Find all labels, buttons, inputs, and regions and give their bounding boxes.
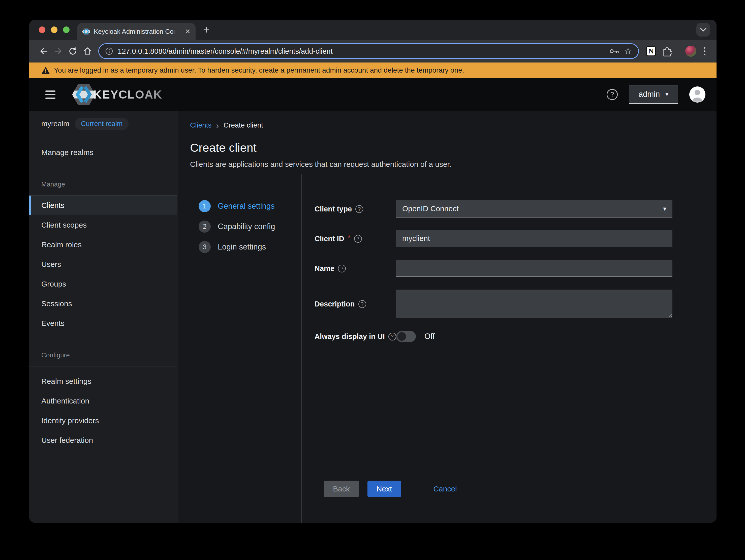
client-id-help-icon[interactable]: ? — [354, 235, 362, 243]
always-display-label: Always display in UI — [315, 332, 385, 341]
bookmark-star-icon[interactable]: ☆ — [624, 46, 632, 57]
step-number: 1 — [199, 200, 211, 212]
wizard-footer: Back Next Cancel — [324, 481, 716, 497]
next-button[interactable]: Next — [367, 481, 401, 497]
new-tab-button[interactable]: + — [203, 24, 210, 35]
name-input[interactable] — [396, 260, 672, 277]
sidebar-item-clients[interactable]: Clients — [29, 196, 177, 215]
sidebar-item-manage-realms[interactable]: Manage realms — [29, 143, 177, 162]
keycloak-logo[interactable]: KEYCLOAK — [72, 84, 162, 105]
client-type-select[interactable]: OpenID Connect ▾ — [396, 200, 672, 218]
home-button[interactable] — [80, 44, 95, 59]
current-realm-badge: Current realm — [75, 118, 129, 130]
user-avatar[interactable] — [689, 87, 706, 103]
temporary-admin-warning-banner: You are logged in as a temporary admin u… — [29, 63, 716, 78]
toggle-knob — [397, 332, 406, 341]
always-display-help-icon[interactable]: ? — [388, 333, 396, 340]
sidebar-group-manage: Manage — [29, 180, 177, 196]
password-key-icon[interactable] — [609, 47, 619, 55]
back-button[interactable] — [36, 44, 51, 59]
description-help-icon[interactable]: ? — [358, 300, 366, 308]
forward-button[interactable] — [51, 44, 66, 59]
user-menu-dropdown[interactable]: admin ▾ — [629, 85, 678, 104]
client-type-row: Client type ? OpenID Connect ▾ — [315, 200, 716, 218]
url-bar[interactable]: 127.0.0.1:8080/admin/master/console/#/my… — [98, 43, 639, 59]
tab-strip: Keycloak Administration Cons ✕ + — [29, 20, 716, 40]
nav-toggle-hamburger-icon[interactable] — [45, 91, 56, 99]
zoom-window-button[interactable] — [63, 27, 70, 33]
close-window-button[interactable] — [39, 27, 45, 33]
sidebar-item-user-federation[interactable]: User federation — [29, 430, 177, 450]
keycloak-masthead: KEYCLOAK ? admin ▾ — [29, 78, 716, 111]
description-label: Description — [315, 300, 355, 308]
breadcrumb-current: Create client — [224, 121, 263, 129]
description-textarea[interactable] — [396, 290, 672, 318]
client-id-row: Client ID * ? — [315, 230, 716, 247]
wizard-step-capability-config[interactable]: 2 Capability config — [199, 221, 301, 233]
tab-title: Keycloak Administration Cons — [94, 28, 174, 36]
sidebar-item-realm-settings[interactable]: Realm settings — [29, 371, 177, 391]
site-info-icon[interactable] — [105, 47, 113, 55]
tab-favicon-keycloak-icon — [82, 28, 90, 35]
general-settings-form: Client type ? OpenID Connect ▾ Clie — [302, 174, 716, 523]
extensions-puzzle-icon[interactable] — [659, 44, 674, 59]
reload-button[interactable] — [66, 44, 80, 59]
back-button[interactable]: Back — [324, 481, 359, 497]
sidebar-item-client-scopes[interactable]: Client scopes — [29, 215, 177, 235]
breadcrumb: Clients › Create client — [190, 121, 702, 130]
person-icon — [689, 87, 706, 103]
app-body: myrealm Current realm Manage realms Mana… — [29, 111, 716, 523]
keycloak-logo-icon — [72, 84, 95, 105]
sidebar-item-events[interactable]: Events — [29, 314, 177, 333]
sidebar-item-groups[interactable]: Groups — [29, 274, 177, 294]
sidebar-item-users[interactable]: Users — [29, 255, 177, 274]
window-controls — [29, 27, 70, 33]
step-label: General settings — [218, 202, 275, 211]
help-icon[interactable]: ? — [607, 89, 618, 100]
client-id-input[interactable] — [396, 230, 672, 247]
client-type-help-icon[interactable]: ? — [355, 205, 363, 213]
browser-toolbar: 127.0.0.1:8080/admin/master/console/#/my… — [29, 40, 716, 63]
notion-extension-icon[interactable]: N — [646, 46, 656, 56]
main-content: Clients › Create client Create client Cl… — [177, 111, 716, 523]
toolbar-divider — [678, 46, 678, 56]
name-help-icon[interactable]: ? — [338, 265, 346, 272]
textarea-resize-handle[interactable] — [667, 312, 672, 317]
breadcrumb-chevron-icon: › — [216, 121, 219, 130]
client-id-label: Client ID — [315, 235, 344, 243]
sidebar-item-authentication[interactable]: Authentication — [29, 391, 177, 411]
tab-keycloak[interactable]: Keycloak Administration Cons ✕ — [77, 23, 196, 40]
browser-window: Keycloak Administration Cons ✕ + — [29, 20, 716, 523]
realm-selector[interactable]: myrealm Current realm — [29, 111, 177, 137]
step-label: Capability config — [218, 222, 275, 231]
breadcrumb-clients-link[interactable]: Clients — [190, 121, 212, 129]
step-label: Login settings — [218, 242, 266, 252]
always-display-toggle[interactable] — [396, 331, 416, 342]
sidebar-item-sessions[interactable]: Sessions — [29, 294, 177, 314]
toggle-state-label: Off — [424, 332, 435, 341]
chevron-down-icon — [700, 28, 707, 32]
browser-profile-avatar[interactable] — [685, 45, 697, 57]
warning-triangle-icon — [41, 67, 50, 74]
create-client-wizard: 1 General settings 2 Capability config 3… — [177, 174, 716, 523]
description-row: Description ? — [315, 290, 716, 318]
page-title: Create client — [190, 141, 702, 155]
wizard-step-login-settings[interactable]: 3 Login settings — [199, 241, 301, 253]
name-row: Name ? — [315, 260, 716, 277]
browser-menu-icon[interactable] — [704, 47, 706, 55]
tab-close-icon[interactable]: ✕ — [185, 28, 191, 36]
sidebar-group-configure: Configure — [29, 351, 177, 366]
sidebar-item-realm-roles[interactable]: Realm roles — [29, 235, 177, 255]
wizard-steps: 1 General settings 2 Capability config 3… — [177, 174, 302, 523]
warning-text: You are logged in as a temporary admin u… — [54, 66, 464, 74]
tab-search-button[interactable] — [697, 23, 710, 37]
cancel-link[interactable]: Cancel — [433, 485, 457, 493]
minimize-window-button[interactable] — [51, 27, 58, 33]
caret-down-icon: ▾ — [666, 91, 669, 98]
sidebar-item-identity-providers[interactable]: Identity providers — [29, 411, 177, 430]
name-label: Name — [315, 264, 334, 273]
wizard-step-general-settings[interactable]: 1 General settings — [199, 200, 301, 212]
client-type-value: OpenID Connect — [402, 204, 458, 213]
url-text[interactable]: 127.0.0.1:8080/admin/master/console/#/my… — [118, 47, 605, 56]
step-number: 3 — [199, 241, 211, 253]
